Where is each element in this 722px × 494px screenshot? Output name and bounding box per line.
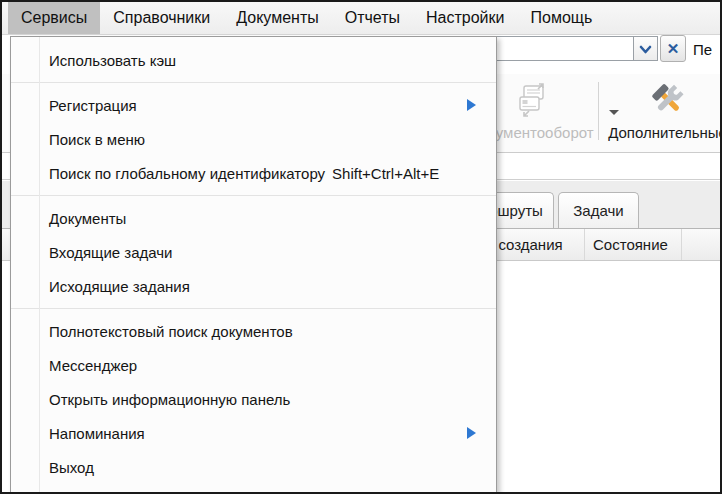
clear-search-button[interactable]: ✕	[660, 35, 686, 62]
menu-item-label: Регистрация	[49, 97, 137, 114]
toolbar-separator	[598, 82, 599, 140]
menu-item-label: Выход	[49, 459, 94, 476]
menu-item-label: Поиск по глобальному идентификатору	[49, 165, 325, 182]
menu-item-reminders[interactable]: Напоминания	[11, 416, 496, 450]
menu-item-documents[interactable]: Документы	[11, 201, 496, 235]
column-header-empty	[681, 229, 720, 260]
app-window: Сервисы Справочники Документы Отчеты Нас…	[0, 0, 722, 494]
menubar-item-reports[interactable]: Отчеты	[332, 2, 413, 34]
menu-item-registration[interactable]: Регистрация	[11, 88, 496, 122]
menu-separator	[11, 195, 496, 196]
tab-tasks[interactable]: Задачи	[558, 192, 639, 228]
extras-button[interactable]: Дополнительные	[610, 82, 722, 141]
menu-item-label: Использовать кэш	[49, 52, 176, 69]
extras-button-label: Дополнительные	[608, 124, 722, 141]
submenu-arrow-icon	[467, 99, 476, 111]
close-icon: ✕	[667, 40, 680, 58]
menu-item-search-by-global-id[interactable]: Поиск по глобальному идентификатору Shif…	[11, 156, 496, 190]
menu-item-label: Открыть информационную панель	[49, 391, 290, 408]
services-dropdown-menu: Использовать кэш Регистрация Поиск в мен…	[10, 36, 497, 493]
submenu-arrow-icon	[467, 427, 476, 439]
menu-item-fulltext-search[interactable]: Полнотекстовый поиск документов	[11, 314, 496, 348]
menu-separator	[11, 308, 496, 309]
menu-item-incoming-tasks[interactable]: Входящие задачи	[11, 235, 496, 269]
menubar-item-directories[interactable]: Справочники	[100, 2, 223, 34]
menu-item-label: Мессенджер	[49, 357, 137, 374]
menubar-item-services[interactable]: Сервисы	[8, 2, 100, 34]
menu-item-outgoing-jobs[interactable]: Исходящие задания	[11, 269, 496, 303]
chevron-down-icon	[639, 40, 652, 58]
search-dropdown-button[interactable]	[633, 36, 658, 61]
menu-item-exit[interactable]: Выход	[11, 450, 496, 484]
menubar-item-documents[interactable]: Документы	[223, 2, 331, 34]
menubar-item-settings[interactable]: Настройки	[413, 2, 517, 34]
tools-icon	[650, 82, 686, 118]
menu-separator	[11, 82, 496, 83]
menu-item-label: Входящие задачи	[49, 244, 172, 261]
document-exchange-icon	[514, 82, 550, 118]
menu-item-label: Напоминания	[49, 425, 145, 442]
menu-item-use-cache[interactable]: Использовать кэш	[11, 43, 496, 77]
menubar-item-help[interactable]: Помощь	[517, 2, 605, 34]
menu-item-label: Поиск в меню	[49, 131, 145, 148]
menu-item-label: Исходящие задания	[49, 278, 190, 295]
menu-item-label: Документы	[49, 210, 126, 227]
menu-item-messenger[interactable]: Мессенджер	[11, 348, 496, 382]
menu-item-open-info-panel[interactable]: Открыть информационную панель	[11, 382, 496, 416]
menu-item-shortcut: Shift+Ctrl+Alt+E	[332, 165, 439, 182]
truncated-right-label: Пе	[693, 41, 712, 58]
menubar: Сервисы Справочники Документы Отчеты Нас…	[2, 2, 720, 35]
menu-item-label: Полнотекстовый поиск документов	[49, 323, 293, 340]
column-header-state[interactable]: Состояние	[584, 229, 681, 260]
menu-item-search-in-menu[interactable]: Поиск в меню	[11, 122, 496, 156]
